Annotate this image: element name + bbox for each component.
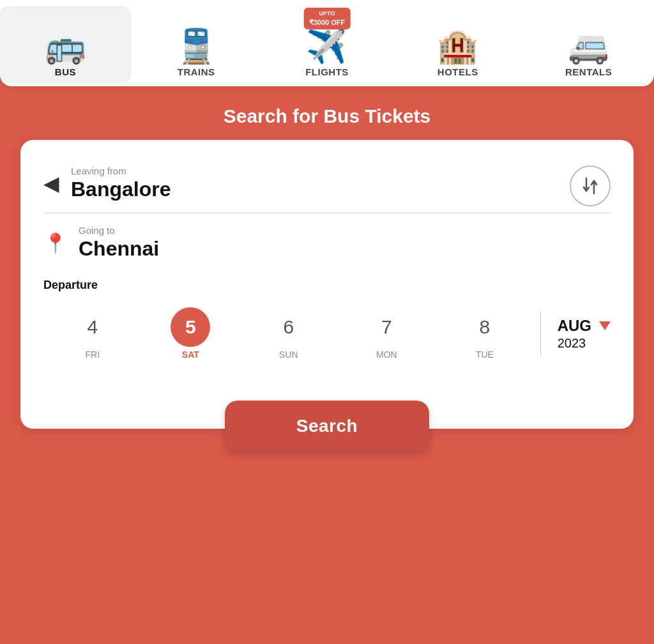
tab-trains[interactable]: 🚆 TRAINS xyxy=(131,6,262,82)
year-text: 2023 xyxy=(558,336,586,351)
date-num-7: 7 xyxy=(367,307,406,347)
from-section[interactable]: ◀ Leaving from Bangalore xyxy=(43,159,611,213)
flights-icon: ✈️ xyxy=(306,29,347,63)
date-day-tue: TUE xyxy=(476,349,494,360)
swap-button[interactable] xyxy=(570,165,611,206)
tab-rentals-label: RENTALS xyxy=(565,66,612,77)
to-section[interactable]: 📍 Going to Chennai xyxy=(43,213,611,272)
rentals-icon: 🚐 xyxy=(568,29,609,63)
departure-section: Departure 4 FRI 5 SAT 6 SUN xyxy=(43,279,611,365)
promo-badge: UPTO ₹3000 OFF xyxy=(304,8,351,29)
tab-flights-label: FLIGHTS xyxy=(305,66,349,77)
promo-upto: UPTO xyxy=(309,10,346,18)
promo-value: ₹3000 OFF xyxy=(309,19,346,26)
to-field[interactable]: Going to Chennai xyxy=(79,225,159,261)
date-day-mon: MON xyxy=(376,349,397,360)
date-item-sun[interactable]: 6 SUN xyxy=(240,302,338,365)
search-button[interactable]: Search xyxy=(225,401,429,452)
date-day-sun: SUN xyxy=(279,349,298,360)
bus-icon: 🚌 xyxy=(45,29,86,63)
date-num-8: 8 xyxy=(465,307,505,347)
month-chevron-icon xyxy=(599,321,611,330)
tab-trains-label: TRAINS xyxy=(178,66,215,77)
navigation-icon: ◀ xyxy=(43,171,59,195)
date-num-6: 6 xyxy=(269,307,308,347)
month-row: AUG xyxy=(558,317,611,335)
date-item-mon[interactable]: 7 MON xyxy=(338,302,436,365)
tab-rentals[interactable]: 🚐 RENTALS xyxy=(523,6,654,82)
month-text: AUG xyxy=(558,317,591,335)
page-title: Search for Bus Tickets xyxy=(224,105,431,127)
date-num-4: 4 xyxy=(73,307,112,347)
tab-hotels[interactable]: 🏨 HOTELS xyxy=(392,6,523,82)
tab-bus-label: BUS xyxy=(55,66,76,77)
to-label: Going to xyxy=(79,225,159,236)
date-item-fri[interactable]: 4 FRI xyxy=(43,302,142,365)
hotels-icon: 🏨 xyxy=(437,29,478,63)
pin-icon: 📍 xyxy=(43,232,67,254)
date-day-sat: SAT xyxy=(182,349,199,360)
to-value: Chennai xyxy=(79,237,159,260)
from-value: Bangalore xyxy=(71,178,171,201)
dates-row: 4 FRI 5 SAT 6 SUN 7 MON xyxy=(43,302,611,365)
month-year-picker[interactable]: AUG 2023 xyxy=(547,317,611,351)
trains-icon: 🚆 xyxy=(176,29,217,63)
tab-hotels-label: HOTELS xyxy=(437,66,478,77)
nav-tabs: 🚌 BUS 🚆 TRAINS UPTO ₹3000 OFF ✈️ FLIGHTS… xyxy=(0,0,654,86)
date-num-5: 5 xyxy=(171,307,210,347)
from-field[interactable]: Leaving from Bangalore xyxy=(71,165,171,201)
date-item-sat[interactable]: 5 SAT xyxy=(142,302,240,365)
tab-flights[interactable]: UPTO ₹3000 OFF ✈️ FLIGHTS xyxy=(262,6,393,82)
date-day-fri: FRI xyxy=(85,349,100,360)
from-label: Leaving from xyxy=(71,165,171,176)
search-card: ◀ Leaving from Bangalore 📍 Going to Chen… xyxy=(20,140,634,429)
swap-icon xyxy=(580,176,600,196)
date-divider xyxy=(540,311,541,356)
tab-bus[interactable]: 🚌 BUS xyxy=(0,6,131,82)
app-container: 🚌 BUS 🚆 TRAINS UPTO ₹3000 OFF ✈️ FLIGHTS… xyxy=(0,0,654,644)
date-item-tue[interactable]: 8 TUE xyxy=(436,302,534,365)
departure-label: Departure xyxy=(43,279,611,292)
